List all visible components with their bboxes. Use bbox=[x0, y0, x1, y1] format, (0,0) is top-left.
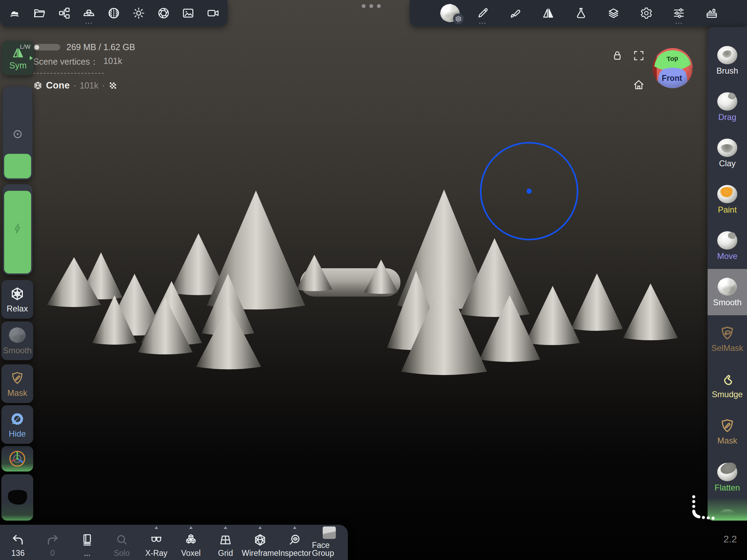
object-vertex-count: 101k bbox=[80, 81, 98, 91]
journal-icon bbox=[80, 533, 94, 547]
toolbar-top-left: ... bbox=[0, 0, 228, 26]
toolbar-button-scene-graph[interactable] bbox=[56, 3, 73, 23]
wireframe-hex-icon bbox=[253, 533, 267, 547]
tool-brush[interactable]: Brush bbox=[708, 37, 747, 84]
radius-slider[interactable] bbox=[3, 86, 33, 180]
sphere-paint-icon bbox=[717, 185, 737, 203]
tool-clay[interactable]: Clay bbox=[708, 130, 747, 176]
wireframe-hex-icon bbox=[33, 81, 43, 90]
memory-usage-text: 269 MB / 1.62 GB bbox=[66, 42, 135, 52]
memory-row: 269 MB / 1.62 GB bbox=[33, 42, 135, 52]
window-drag-handle[interactable] bbox=[362, 4, 381, 8]
tool-label: Flatten bbox=[714, 484, 740, 492]
memory-usage-bar bbox=[33, 44, 60, 50]
memory-usage-knob bbox=[34, 45, 39, 50]
tool-smooth[interactable]: Smooth bbox=[708, 269, 747, 315]
toolbar-button-background[interactable] bbox=[180, 3, 196, 23]
node-graph-icon bbox=[58, 7, 71, 20]
symmetry-button[interactable]: Sym L/W bbox=[2, 41, 34, 75]
tool-move[interactable]: Move bbox=[708, 223, 747, 269]
dashed-divider bbox=[33, 73, 104, 74]
left-button-smooth[interactable]: Smooth bbox=[1, 321, 33, 360]
intensity-slider[interactable] bbox=[3, 184, 33, 275]
nav-cube-top-label: Top bbox=[666, 54, 679, 63]
sphere-clay-icon bbox=[717, 139, 737, 157]
toolbar-button-tools[interactable] bbox=[703, 3, 720, 23]
toolbar-button-postprocess[interactable] bbox=[155, 3, 172, 23]
tool-paint[interactable]: Paint bbox=[708, 176, 747, 223]
separator-dot: · bbox=[102, 80, 105, 91]
gizmo-button[interactable] bbox=[1, 446, 33, 472]
toolbar-button-layers[interactable] bbox=[605, 3, 622, 23]
tool-flatten[interactable]: Flatten bbox=[708, 454, 747, 501]
shield-lasso-icon bbox=[719, 325, 736, 342]
target-icon bbox=[11, 128, 24, 140]
bottom-button-wireframe[interactable]: ▲Wireframe bbox=[243, 533, 277, 557]
version-label: 2.2 bbox=[723, 534, 737, 545]
home-icon bbox=[632, 78, 645, 91]
tool-label: Mask bbox=[717, 437, 737, 445]
tool-label: Clay bbox=[719, 159, 736, 168]
bottom-button-0[interactable]: 0 bbox=[35, 533, 70, 557]
tool-label: SelMask bbox=[711, 344, 743, 352]
bottom-button-label: Voxel bbox=[181, 549, 201, 557]
toolbar-button-symmetry[interactable] bbox=[540, 3, 556, 23]
bottom-button--[interactable]: ... bbox=[70, 533, 104, 557]
bottom-button-136[interactable]: 136 bbox=[1, 533, 35, 557]
tool-selmask[interactable]: SelMask bbox=[708, 315, 747, 362]
bottom-button-x-ray[interactable]: ▲X-Ray bbox=[139, 533, 174, 557]
symmetry-label: Sym bbox=[9, 60, 27, 71]
toolbar-button-multires[interactable]: ... bbox=[81, 3, 97, 23]
radius-slider-fill bbox=[4, 154, 31, 178]
left-button-label: Relax bbox=[7, 305, 28, 313]
scene-cones bbox=[47, 189, 678, 375]
toolbar-button-camera[interactable] bbox=[205, 3, 221, 23]
lock-view-button[interactable] bbox=[611, 49, 624, 62]
left-button-label: Smooth bbox=[3, 346, 32, 355]
orientation-cube[interactable]: Top Front Rig bbox=[652, 47, 694, 89]
home-view-button[interactable] bbox=[632, 78, 645, 91]
bottom-button-voxel[interactable]: ▲Voxel bbox=[174, 533, 208, 557]
falloff-curve-panel[interactable] bbox=[1, 474, 33, 521]
tool-drag[interactable]: Drag bbox=[708, 84, 747, 130]
tool-smudge[interactable]: Smudge bbox=[708, 362, 747, 408]
toolbar-button-parameters[interactable]: ... bbox=[671, 3, 687, 23]
gear-badge bbox=[453, 13, 464, 24]
toolbar-button-lighting[interactable] bbox=[130, 3, 147, 23]
bottom-button-label: Solo bbox=[114, 549, 130, 557]
bottom-button-solo[interactable]: Solo bbox=[104, 533, 139, 557]
bottom-button-label: 136 bbox=[11, 549, 25, 557]
flask-icon bbox=[574, 7, 588, 20]
toolbar-button-stroke[interactable]: ... bbox=[474, 3, 491, 23]
shield-brush-icon bbox=[10, 371, 25, 386]
toolbar-button-brush-preview[interactable] bbox=[442, 3, 458, 23]
left-button-relax[interactable]: Relax bbox=[1, 280, 33, 319]
toolbar-button-settings[interactable] bbox=[638, 3, 655, 23]
left-button-mask[interactable]: Mask bbox=[1, 364, 33, 403]
smudge-hand-icon bbox=[719, 371, 736, 388]
toolbar-button-painting[interactable] bbox=[507, 3, 524, 23]
gizmo-icon bbox=[7, 449, 27, 469]
sphere-move-icon bbox=[717, 231, 737, 250]
toolbar-button-experimental[interactable] bbox=[573, 3, 589, 23]
wireframe-hex-icon bbox=[33, 81, 43, 90]
gear-badge-icon bbox=[455, 16, 462, 22]
left-button-hide[interactable]: Hide bbox=[1, 405, 33, 444]
toolbar-button-material[interactable] bbox=[105, 3, 122, 23]
fullscreen-button[interactable] bbox=[632, 49, 645, 62]
toolbar-top-right: ...... bbox=[410, 0, 747, 26]
scene-vertices-value: 101k bbox=[103, 56, 122, 67]
bottom-button-grid[interactable]: ▲Grid bbox=[208, 533, 243, 557]
toolbar-button-files[interactable] bbox=[31, 3, 48, 23]
bottom-button-inspector[interactable]: ▲Inspector bbox=[277, 533, 312, 557]
gizmo-icon bbox=[7, 449, 27, 469]
object-row[interactable]: Cone · 101k · bbox=[33, 80, 135, 91]
app-window: 269 MB / 1.62 GB Scene vertices： 101k Co… bbox=[0, 0, 747, 560]
bottom-button-face-group[interactable]: Face Group bbox=[312, 526, 347, 557]
sun-icon bbox=[132, 7, 145, 20]
left-button-label: Mask bbox=[7, 389, 27, 397]
caret-up-icon: ▲ bbox=[154, 525, 159, 530]
tool-mask[interactable]: Mask bbox=[708, 408, 747, 454]
scroll-corner-indicator bbox=[683, 494, 718, 525]
toolbar-button-app-menu[interactable] bbox=[6, 3, 23, 23]
